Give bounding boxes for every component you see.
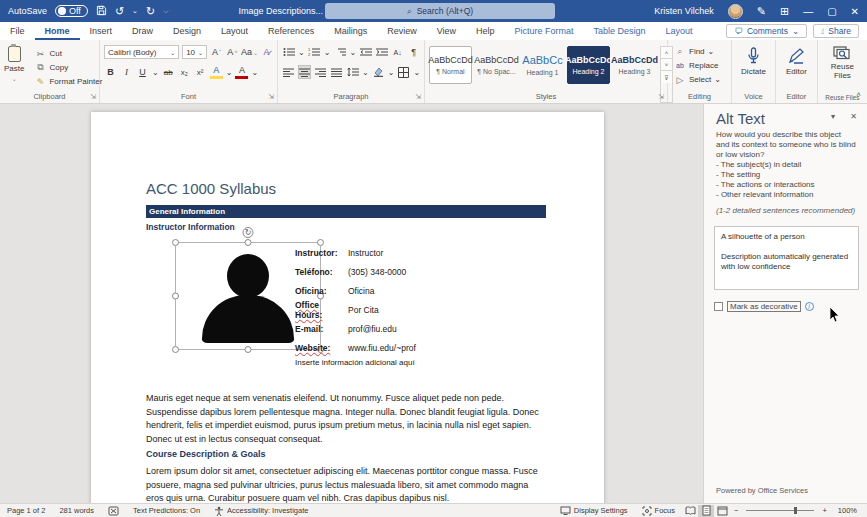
doc-heading-course-description[interactable]: Course Description & Goals [146, 449, 266, 459]
sort-button[interactable]: A↓ [391, 45, 404, 59]
clear-formatting-button[interactable]: A̷ [260, 45, 273, 59]
focus-button[interactable]: Focus [635, 504, 682, 517]
strikethrough-button[interactable]: ab [162, 65, 175, 79]
zoom-slider[interactable] [746, 510, 814, 511]
mark-decorative-label[interactable]: Mark as decorative [727, 301, 801, 312]
tab-table-design[interactable]: Table Design [584, 22, 656, 40]
info-icon[interactable]: i [805, 302, 814, 311]
text-highlight-button[interactable]: A [210, 65, 223, 79]
bullets-button[interactable] [282, 45, 295, 59]
ribbon-options-icon[interactable]: ⊞ [780, 6, 789, 17]
highlight-caret-icon[interactable]: ⌄ [226, 68, 233, 77]
alt-text-input[interactable]: A silhouette of a person Description aut… [714, 226, 859, 290]
shading-caret-icon[interactable]: ⌄ [388, 68, 395, 77]
print-layout-button[interactable] [698, 505, 714, 517]
shrink-font-button[interactable]: A˅ [226, 45, 239, 59]
text-predictions-status[interactable]: Text Predictions: On [126, 504, 207, 517]
zoom-level[interactable]: 100% [831, 504, 867, 517]
dictate-button[interactable]: Dictate [732, 43, 775, 80]
resize-handle-s[interactable] [245, 346, 252, 353]
multilevel-list-button[interactable] [333, 45, 346, 59]
display-settings-button[interactable]: Display Settings [553, 504, 635, 517]
clipboard-dialog-launcher-icon[interactable]: ⇲ [90, 93, 96, 101]
body-paragraph-2[interactable]: Lorem ipsum dolor sit amet, consectetuer… [146, 465, 546, 503]
undo-button[interactable]: ↺ [115, 6, 124, 17]
tab-draw[interactable]: Draw [122, 22, 163, 40]
font-size-combo[interactable]: 10⌄ [182, 45, 207, 59]
style-heading-3[interactable]: AaBbCcDd Heading 3 [613, 46, 656, 84]
tab-home[interactable]: Home [35, 22, 80, 40]
multilevel-caret-icon[interactable]: ⌄ [349, 48, 356, 57]
pane-close-icon[interactable]: ✕ [850, 112, 857, 121]
redo-button[interactable]: ↻ [146, 6, 155, 17]
mark-decorative-checkbox[interactable] [714, 302, 723, 311]
numbering-button[interactable]: 12 [308, 45, 321, 59]
tab-layout[interactable]: Layout [211, 22, 258, 40]
font-color-caret-icon[interactable]: ⌄ [251, 68, 258, 77]
tab-help[interactable]: Help [466, 22, 505, 40]
pane-options-caret-icon[interactable]: ▾ [831, 112, 835, 121]
tab-review[interactable]: Review [377, 22, 427, 40]
zoom-out-button[interactable]: − [730, 504, 742, 517]
tab-layout-contextual[interactable]: Layout [656, 22, 703, 40]
close-button[interactable]: ✕ [851, 6, 859, 17]
format-painter-button[interactable]: ✎Format Painter [34, 75, 102, 88]
italic-button[interactable]: I [120, 65, 133, 79]
resize-handle-n[interactable] [245, 239, 252, 246]
shading-button[interactable] [372, 65, 385, 79]
tab-references[interactable]: References [258, 22, 324, 40]
font-name-combo[interactable]: Calibri (Body)⌄ [104, 45, 179, 59]
accessibility-status[interactable]: Accessibility: Investigate [207, 504, 315, 517]
change-case-button[interactable]: Aa⌄ [242, 45, 257, 59]
avatar[interactable] [728, 4, 743, 19]
reuse-files-button[interactable]: Reuse Files [818, 43, 867, 84]
tab-view[interactable]: View [427, 22, 466, 40]
line-spacing-button[interactable] [346, 65, 359, 79]
word-count[interactable]: 281 words [52, 504, 101, 517]
share-button[interactable]: 🖞 Share [813, 24, 859, 38]
zoom-in-button[interactable]: + [818, 504, 830, 517]
tab-design[interactable]: Design [163, 22, 211, 40]
instructor-info-table[interactable]: Instructor:Instructor Teléfono:(305) 348… [295, 243, 416, 357]
resize-handle-nw[interactable] [172, 239, 179, 246]
align-center-button[interactable] [298, 65, 311, 79]
doc-subheading[interactable]: Instructor Information [146, 222, 235, 232]
read-mode-button[interactable] [682, 505, 698, 517]
replace-button[interactable]: abReplace [674, 59, 725, 72]
quick-access-menu-icon[interactable]: ⌵ [163, 7, 168, 15]
bullets-caret-icon[interactable]: ⌄ [298, 48, 305, 57]
web-layout-button[interactable] [714, 505, 730, 517]
table-note[interactable]: Inserte información adicional aquí [295, 358, 415, 367]
bold-button[interactable]: B [104, 65, 117, 79]
style-normal[interactable]: AaBbCcDd ¶ Normal [429, 46, 472, 84]
page-indicator[interactable]: Page 1 of 2 [0, 504, 52, 517]
undo-caret-icon[interactable]: ⌄ [132, 7, 138, 15]
collapse-ribbon-icon[interactable]: ˄ [856, 90, 861, 99]
document-title[interactable]: Image Descriptions... [239, 6, 324, 16]
paragraph-dialog-launcher-icon[interactable]: ⇲ [415, 93, 421, 101]
resize-handle-sw[interactable] [172, 346, 179, 353]
borders-button[interactable] [397, 65, 410, 79]
subscript-button[interactable]: x₂ [178, 65, 191, 79]
search-input[interactable]: ⌕ Search (Alt+Q) [325, 3, 555, 19]
body-paragraph-1[interactable]: Mauris eget neque at sem venenatis eleif… [146, 392, 546, 446]
line-spacing-caret-icon[interactable]: ⌄ [362, 68, 369, 77]
grow-font-button[interactable]: Aˆ [210, 45, 223, 59]
underline-caret-icon[interactable]: ⌄ [152, 68, 159, 77]
comments-button[interactable]: 🗩 Comments ⌄ [726, 24, 807, 38]
increase-indent-button[interactable] [375, 45, 388, 59]
cut-button[interactable]: ✂Cut [34, 47, 102, 60]
show-formatting-marks-button[interactable]: ¶ [407, 45, 420, 59]
tab-mailings[interactable]: Mailings [324, 22, 377, 40]
align-left-button[interactable] [282, 65, 295, 79]
font-dialog-launcher-icon[interactable]: ⇲ [268, 93, 274, 101]
copy-button[interactable]: ⧉Copy [34, 61, 102, 74]
zoom-slider-thumb[interactable] [794, 507, 797, 514]
minimize-button[interactable]: — [803, 6, 813, 17]
proofing-errors-icon[interactable] [101, 504, 126, 517]
select-button[interactable]: ▷Select⌄ [674, 73, 725, 86]
style-heading-2-selected[interactable]: AaBbCcDd Heading 2 [567, 46, 610, 84]
underline-button[interactable]: U [136, 65, 149, 79]
resize-handle-w[interactable] [172, 293, 179, 300]
doc-section-bar[interactable]: General Information [146, 205, 546, 218]
